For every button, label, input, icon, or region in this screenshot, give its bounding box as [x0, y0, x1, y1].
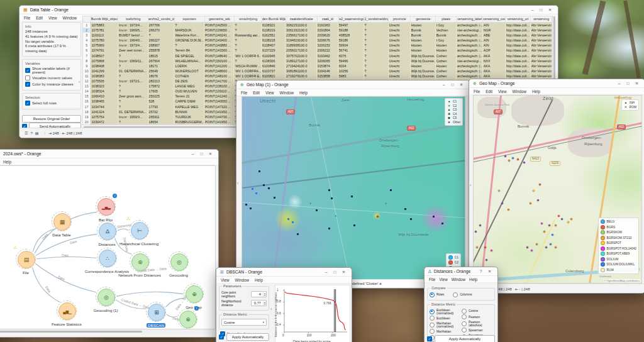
menu-item-window[interactable]: Window [280, 91, 294, 95]
column-header[interactable]: plaats [436, 16, 457, 22]
radio-button[interactable] [462, 314, 467, 319]
apply-auto-button[interactable]: Apply Automatically [435, 335, 495, 342]
maximize-button[interactable]: □ [197, 150, 206, 157]
maximize-button[interactable]: □ [624, 80, 632, 87]
titlebar[interactable]: 2024.ows* - Orange – □ ✕ [0, 150, 218, 158]
table-row[interactable]: 71038507?18515DE SPIEGELPOINT(148640 ...… [83, 53, 552, 58]
menu-item-help[interactable]: Help [532, 89, 540, 94]
close-button[interactable]: ✕ [206, 150, 214, 157]
radio-button[interactable] [430, 292, 435, 297]
menu-item-view[interactable]: View [265, 91, 274, 95]
menu-item-file[interactable]: File [241, 91, 247, 95]
column-header[interactable]: den Bunnik Wijk_ch [262, 16, 286, 22]
v-scrollbar-thumb[interactable] [553, 16, 555, 82]
table-row[interactable]: 51075969Inv.nr : 1973/4...268907?POINT(1… [83, 43, 552, 48]
radio-button[interactable] [462, 309, 467, 314]
node-geomap[interactable]: ⊕ [184, 284, 204, 304]
help-button[interactable]: ? [477, 268, 485, 275]
titlebar[interactable]: ▦ Data Table - Orange – □ ✕ [19, 6, 558, 14]
status-icon[interactable]: ☰ [25, 131, 28, 135]
node-geomap1[interactable]: ⊕i [177, 309, 197, 329]
core-neighbors-stepper[interactable]: 4 ▴▾ [251, 291, 267, 297]
radio-button[interactable] [430, 329, 435, 334]
radio-button[interactable] [453, 292, 458, 297]
stepper-arrows-icon[interactable]: ▴▾ [263, 301, 266, 306]
column-header[interactable]: gemeente [411, 16, 436, 22]
collapse-chevron-icon[interactable]: ‹ [470, 183, 471, 187]
stepper-arrows-icon[interactable]: ▴▾ [263, 292, 266, 297]
k-distance-chart[interactable]: Data items sorted by score Distance to t… [275, 285, 350, 342]
menu-item-view[interactable]: View [221, 278, 230, 282]
status-icon[interactable]: ▤ [35, 131, 39, 135]
column-header[interactable]: verwerving [531, 16, 552, 22]
node-barplot[interactable]: ▂▅▃i [96, 196, 116, 216]
table-row[interactable]: 61074791Zeer veel romei...255878Terrein … [83, 48, 552, 53]
collapse-chevron-icon[interactable]: ‹ [237, 181, 238, 185]
node-featstats[interactable]: ▄▆▁ [57, 301, 77, 321]
column-header[interactable]: verwerving_code [483, 16, 506, 22]
table-row[interactable]: 41075780Inv.nr : 1964/0...266227GROENE D… [83, 38, 552, 43]
close-button[interactable]: ✕ [340, 268, 348, 275]
apply-auto-checkbox[interactable]: ✓ [427, 336, 432, 341]
column-header[interactable]: toponiem [175, 16, 205, 22]
wf-h-scrollbar[interactable] [0, 330, 216, 333]
column-header[interactable]: zaak_id [318, 16, 339, 22]
column-header[interactable]: zaakidentificatie [286, 16, 318, 22]
column-header[interactable]: 2_vondstmeldingsnu [364, 16, 389, 22]
node-datatable[interactable]: ▦ [52, 211, 72, 231]
radio-button[interactable] [462, 328, 467, 333]
minimize-button[interactable]: – [440, 81, 448, 88]
restore-order-button[interactable]: Restore Original Order [22, 115, 81, 123]
splitter-chevron-icon[interactable]: › [270, 307, 272, 311]
menu-item-edit[interactable]: Edit [36, 16, 43, 20]
maximize-button[interactable]: □ [331, 268, 339, 275]
checkbox[interactable]: ✓ [25, 68, 30, 73]
radio-button[interactable] [430, 309, 435, 314]
menu-item-window[interactable]: Window [513, 89, 526, 94]
map-view[interactable]: ZeistHeuvelrugUtrecht Science ParkBunnik… [473, 95, 642, 284]
menu-item-view[interactable]: View [439, 277, 448, 282]
column-header[interactable]: verwerving_label [457, 16, 483, 22]
minimize-button[interactable]: – [189, 150, 197, 157]
checkbox[interactable] [25, 75, 30, 80]
minimize-button[interactable]: – [528, 6, 536, 13]
column-header[interactable]: geometrie_wkt [205, 16, 235, 22]
close-button[interactable]: ✕ [633, 80, 641, 87]
column-header[interactable]: Bunnik Wijk_object_ [91, 16, 119, 22]
node-file[interactable]: ▤⚠ [16, 249, 36, 269]
node-dbscan[interactable]: ⊞ [146, 302, 166, 322]
table-row[interactable]: 91038408?18171LOERIKPOINT(141200 ...'WSC… [83, 63, 552, 69]
node-netdist[interactable]: ⊛ [130, 251, 150, 272]
menu-item-edit[interactable]: Edit [253, 91, 260, 95]
workflow-canvas[interactable]: DataDataDataDataDataDistancesDistancesCo… [0, 165, 216, 329]
menu-item-window[interactable]: Window [235, 278, 249, 282]
titlebar[interactable]: ⊕ Geo Map - Orange – □ ✕ [469, 79, 644, 88]
titlebar[interactable]: Δ Distances - Orange ? ✕ [425, 267, 497, 276]
table-row[interactable]: 11075883Inv.nr : 1973/4...267706?POINT(1… [83, 23, 552, 28]
node-hierclust[interactable]: ⊢⚠ [129, 220, 149, 240]
status-icon[interactable]: ? [30, 131, 32, 135]
node-corranal[interactable]: ∴ [97, 248, 117, 268]
splitter-chevron-icon[interactable]: › [79, 80, 80, 84]
close-button[interactable]: ✕ [486, 268, 494, 275]
checkbox[interactable]: ✓ [25, 82, 30, 87]
titlebar[interactable]: ⊕ Geo Map (1) - Orange – □ ✕ [236, 80, 469, 89]
table-row[interactable]: 21075781Inv.nr : 1969/5...266270MARSDIJK… [83, 28, 552, 33]
menu-item-help[interactable]: Help [255, 278, 263, 282]
menu-item-help[interactable]: Help [3, 160, 11, 164]
menu-item-window[interactable]: Window [63, 16, 77, 20]
column-header[interactable]: toelichting [118, 16, 148, 22]
close-button[interactable]: ✕ [457, 81, 465, 88]
wf-h-scrollbar-thumb[interactable] [0, 331, 142, 333]
column-header[interactable]: archis2_vondst_id [148, 16, 175, 22]
column-header[interactable]: is2_waarnemingsnum [339, 16, 365, 22]
minimize-button[interactable]: – [322, 268, 330, 275]
close-button[interactable]: ✕ [546, 6, 554, 13]
menu-item-window[interactable]: Window [452, 277, 465, 282]
radio-button[interactable] [462, 321, 467, 326]
node-geocoding[interactable]: ◎ [169, 251, 189, 272]
menu-item-file[interactable]: File [24, 16, 30, 20]
neighborhood-distance-stepper[interactable]: 0,77 ▴▾ [251, 300, 267, 306]
menu-item-view[interactable]: View [498, 89, 507, 94]
menu-item-view[interactable]: View [48, 16, 57, 20]
